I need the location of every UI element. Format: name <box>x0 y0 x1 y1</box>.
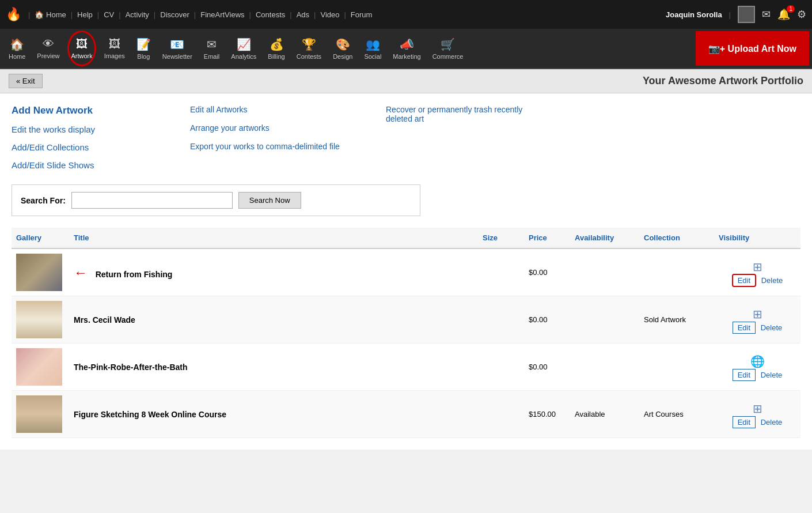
col-header-visibility[interactable]: Visibility <box>714 228 800 248</box>
grid-icon[interactable]: ⊞ <box>719 260 796 274</box>
table-row: The-Pink-Robe-After-the-Bath $0.00 🌐 Edi… <box>12 344 800 391</box>
artwork-title: The-Pink-Robe-After-the-Bath <box>74 363 188 372</box>
search-now-button[interactable]: Search Now <box>238 192 301 209</box>
col-header-collection[interactable]: Collection <box>639 228 714 248</box>
search-bar: Search For: Search Now <box>12 184 420 216</box>
edit-link[interactable]: Edit <box>733 416 756 428</box>
grid-icon[interactable]: ⊞ <box>719 307 796 321</box>
export-artworks-link[interactable]: Export your works to comma-delimited fil… <box>190 142 369 151</box>
nav-images[interactable]: 🖼 Images <box>98 28 131 69</box>
artwork-table: Gallery Title Size Price Availability Co… <box>12 228 800 438</box>
artwork-thumbnail[interactable] <box>16 301 62 338</box>
nav-marketing[interactable]: 📣 Marketing <box>387 28 426 69</box>
nav-link-contests[interactable]: Contests <box>251 10 290 19</box>
artwork-thumbnail[interactable] <box>16 395 62 433</box>
nav-analytics[interactable]: 📈 Analytics <box>225 28 262 69</box>
arrange-artworks-link[interactable]: Arrange your artworks <box>190 123 369 133</box>
exit-button[interactable]: « Exit <box>9 74 43 88</box>
nav-link-forum[interactable]: Forum <box>346 10 377 19</box>
delete-link[interactable]: Delete <box>761 323 783 332</box>
artwork-thumb-cell <box>12 248 69 296</box>
artwork-size-cell <box>478 296 524 344</box>
artwork-title: Figure Sketching 8 Week Online Course <box>74 410 226 419</box>
nav-contests[interactable]: 🏆 Contests <box>291 28 327 69</box>
artwork-availability-cell <box>570 248 639 296</box>
col-header-size[interactable]: Size <box>478 228 524 248</box>
nav-commerce[interactable]: 🛒 Commerce <box>427 28 469 69</box>
grid-icon[interactable]: ⊞ <box>719 402 796 416</box>
artwork-size-cell <box>478 248 524 296</box>
marketing-nav-icon: 📣 <box>400 37 414 51</box>
actions-col-2: Edit all Artworks Arrange your artworks … <box>190 105 369 170</box>
edit-link-circled[interactable]: Edit <box>732 274 756 287</box>
artwork-price-cell: $0.00 <box>524 344 570 391</box>
add-collections-link[interactable]: Add/Edit Collections <box>12 142 173 152</box>
images-nav-icon: 🖼 <box>109 37 120 51</box>
globe-icon[interactable]: 🌐 <box>719 354 796 368</box>
top-right-section: Joaquin Sorolla | ✉ 🔔 1 ⚙ <box>666 6 806 23</box>
nav-home[interactable]: 🏠 Home <box>3 28 31 69</box>
artwork-visibility-cell: 🌐 Edit Delete <box>714 344 800 391</box>
delete-link[interactable]: Delete <box>761 371 783 379</box>
nav-link-help[interactable]: Help <box>73 10 97 19</box>
user-avatar[interactable] <box>738 6 755 23</box>
nav-link-discover[interactable]: Discover <box>155 10 194 19</box>
edit-link[interactable]: Edit <box>733 369 756 381</box>
col-header-availability[interactable]: Availability <box>570 228 639 248</box>
search-input[interactable] <box>71 192 233 209</box>
table-row: ← Return from Fishing $0.00 ⊞ Edit Delet… <box>12 248 800 296</box>
divider: | <box>729 10 731 19</box>
artwork-price-cell: $0.00 <box>524 296 570 344</box>
upload-art-button[interactable]: 📷+ Upload Art Now <box>696 31 809 66</box>
edit-display-link[interactable]: Edit the works display <box>12 125 173 134</box>
nav-blog[interactable]: 📝 Blog <box>131 28 157 69</box>
contests-nav-icon: 🏆 <box>302 37 316 51</box>
page-title: Your Awesome Artwork Portfolio <box>643 75 803 87</box>
mail-icon[interactable]: ✉ <box>762 8 771 21</box>
nav-social[interactable]: 👥 Social <box>358 28 387 69</box>
search-label: Search For: <box>21 196 66 205</box>
artwork-price-cell: $150.00 <box>524 391 570 438</box>
settings-icon[interactable]: ⚙ <box>797 8 806 21</box>
nav-preview[interactable]: 👁 Preview <box>31 28 65 69</box>
logo-icon: 🔥 <box>6 7 21 22</box>
notification-icon[interactable]: 🔔 1 <box>777 8 790 21</box>
nav-design[interactable]: 🎨 Design <box>327 28 358 69</box>
nav-email[interactable]: ✉ Email <box>198 28 226 69</box>
artwork-price-cell: $0.00 <box>524 248 570 296</box>
artwork-thumbnail[interactable] <box>16 254 62 291</box>
notification-badge: 1 <box>787 5 795 13</box>
nav-billing[interactable]: 💰 Billing <box>262 28 290 69</box>
add-slideshows-link[interactable]: Add/Edit Slide Shows <box>12 160 173 170</box>
add-new-artwork-link[interactable]: Add New Artwork <box>12 105 173 116</box>
artwork-collection-cell: Art Courses <box>639 391 714 438</box>
artwork-title: Mrs. Cecil Wade <box>74 315 135 325</box>
col-header-title[interactable]: Title <box>69 228 478 248</box>
nav-link-cv[interactable]: CV <box>99 10 119 19</box>
artwork-title: Return from Fishing <box>96 270 173 279</box>
nav-link-ads[interactable]: Ads <box>292 10 314 19</box>
artwork-title-cell: Mrs. Cecil Wade <box>69 296 478 344</box>
delete-link[interactable]: Delete <box>761 418 783 427</box>
artwork-visibility-cell: ⊞ Edit Delete <box>714 296 800 344</box>
nav-link-activity[interactable]: Activity <box>121 10 154 19</box>
actions-col-1: Add New Artwork Edit the works display A… <box>12 105 173 170</box>
nav-link-video[interactable]: Video <box>316 10 344 19</box>
social-nav-icon: 👥 <box>366 37 380 51</box>
nav-link-home[interactable]: 🏠 Home <box>30 10 70 19</box>
nav-link-fineartviews[interactable]: FineArtViews <box>196 10 249 19</box>
col-header-gallery: Gallery <box>12 228 69 248</box>
artwork-thumbnail[interactable] <box>16 348 62 386</box>
artwork-availability-cell <box>570 344 639 391</box>
artwork-title-cell: ← Return from Fishing <box>69 248 478 296</box>
edit-link[interactable]: Edit <box>733 322 756 334</box>
edit-all-artworks-link[interactable]: Edit all Artworks <box>190 105 369 114</box>
artwork-nav-icon: 🖼 <box>76 37 88 51</box>
delete-link[interactable]: Delete <box>761 276 783 285</box>
nav-newsletter[interactable]: 📧 Newsletter <box>157 28 198 69</box>
artwork-thumb-cell <box>12 391 69 438</box>
recover-art-link[interactable]: Recover or permanently trash recently de… <box>386 105 547 123</box>
analytics-nav-icon: 📈 <box>237 37 251 51</box>
col-header-price[interactable]: Price <box>524 228 570 248</box>
nav-artwork[interactable]: 🖼 Artwork <box>65 28 98 69</box>
